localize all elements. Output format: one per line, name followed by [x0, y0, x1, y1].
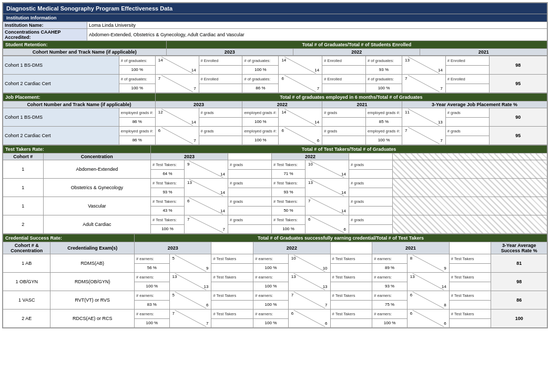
r-c2-2023-diag: 7 7 [155, 75, 199, 93]
svg-line-0 [161, 57, 193, 74]
svg-line-16 [189, 198, 223, 214]
job-section-label: Job Placement: [3, 94, 156, 101]
job-cohort1-label: Cohort 1 BS-DMS [3, 108, 119, 127]
svg-line-13 [310, 161, 344, 178]
svg-line-19 [310, 216, 344, 233]
svg-line-15 [310, 179, 344, 196]
institution-name-value: Loma Linda University [87, 22, 547, 29]
r-c1-2021-right-label: # Enrolled [445, 56, 489, 66]
accredited-label: Concentrations CAAHEP Accredited: [3, 29, 87, 41]
svg-line-12 [189, 161, 223, 178]
main-container: Diagnostic Medical Sonography Program Ef… [2, 2, 548, 328]
test-section-label: Test Takers Rate: [3, 146, 151, 153]
cred-section-label: Credential Success Rate: [3, 234, 135, 242]
r-c2-2023-top-label: # of graduates: [119, 75, 155, 84]
svg-line-25 [412, 273, 444, 290]
svg-line-14 [189, 179, 223, 196]
svg-line-27 [293, 292, 325, 308]
svg-line-26 [175, 292, 206, 308]
r-c1-2022-top-label: # of graduates: [242, 56, 279, 66]
svg-line-7 [284, 109, 316, 126]
r-c2-2022-diag: 6 7 [279, 75, 322, 93]
r-c1-2021-pct: 93 % [365, 65, 402, 75]
svg-line-10 [284, 127, 316, 144]
cred-total-label: Total # of Graduates successfully earnin… [135, 234, 547, 242]
svg-line-4 [284, 75, 316, 92]
svg-line-30 [293, 310, 325, 327]
r-c1-2023-top-label: # of graduates: [119, 56, 155, 66]
svg-line-6 [161, 109, 193, 126]
r-c1-2023-right-label: # Enrolled [199, 56, 242, 66]
svg-line-1 [284, 57, 316, 74]
accredited-value: Abdomen-Extended, Obstetrics & Gynecolog… [87, 29, 547, 41]
svg-line-11 [408, 127, 440, 144]
retention-cohort1-label: Cohort 1 BS-DMS [3, 56, 119, 75]
r-c1-2023-pct: 100 % [119, 65, 155, 75]
r-c1-2021-top-label: # of graduates: [365, 56, 402, 66]
svg-line-20 [175, 255, 206, 272]
svg-line-22 [412, 255, 444, 272]
svg-line-23 [175, 273, 206, 290]
svg-line-31 [412, 310, 444, 327]
test-total-label: Total # of Test Takers/Total # of Gradua… [151, 146, 547, 153]
retention-2022-header: 2022 [293, 49, 420, 56]
r-c1-2023-diag: 14 14 [155, 56, 199, 75]
retention-total-label: Total # of Graduates/Total # of Students… [166, 41, 547, 49]
svg-line-5 [408, 75, 440, 92]
retention-cohort2-avg: 95 [489, 75, 547, 93]
r-c2-2021-diag: 7 7 [402, 75, 445, 93]
r-c1-2022-right-label: # Enrolled [322, 56, 366, 66]
retention-cohort1-avg: 98 [489, 56, 547, 75]
retention-2021-header: 2021 [420, 49, 547, 56]
svg-line-9 [161, 127, 193, 144]
retention-cohort2-label: Cohort 2 Cardiac Cert [3, 75, 119, 93]
retention-cohort-col: Cohort Number and Track Name (if applica… [3, 49, 167, 56]
svg-line-3 [161, 75, 193, 92]
retention-2023-header: 2023 [166, 49, 293, 56]
r-c1-2021-diag: 13 14 [402, 56, 445, 75]
svg-line-8 [408, 109, 440, 126]
retention-section-label: Student Retention: [3, 41, 167, 49]
job-total-label: Total # of graduates employed in 6 month… [155, 94, 547, 101]
svg-line-18 [189, 216, 223, 233]
svg-line-24 [293, 273, 325, 290]
svg-line-2 [408, 57, 440, 74]
institution-section-header: Institution Information [3, 14, 547, 22]
r-c1-2022-pct: 100 % [242, 65, 279, 75]
institution-name-label: Institution Name: [3, 22, 87, 29]
r-c1-2022-diag: 14 14 [279, 56, 322, 75]
svg-line-17 [310, 198, 344, 214]
job-cohort2-label: Cohort 2 Cardiac Cert [3, 127, 119, 145]
svg-line-28 [412, 292, 444, 308]
main-title: Diagnostic Medical Sonography Program Ef… [3, 3, 547, 14]
svg-line-21 [293, 255, 325, 272]
svg-line-29 [175, 310, 206, 327]
